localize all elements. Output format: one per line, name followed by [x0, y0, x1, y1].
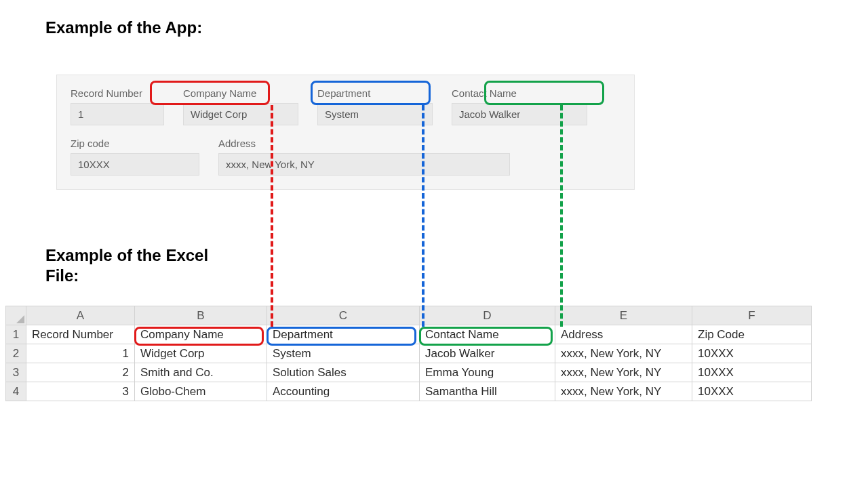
cell-D3[interactable]: Emma Young — [420, 363, 555, 382]
cell-B1[interactable]: Company Name — [135, 325, 267, 344]
col-letter-A[interactable]: A — [26, 306, 135, 325]
cell-C4[interactable]: Accounting — [267, 382, 420, 401]
label-department: Department — [317, 85, 399, 103]
col-letter-C[interactable]: C — [267, 306, 420, 325]
row-number-3[interactable]: 3 — [6, 363, 26, 382]
cell-B3[interactable]: Smith and Co. — [135, 363, 267, 382]
cell-E1[interactable]: Address — [555, 325, 692, 344]
select-all-corner[interactable] — [6, 306, 26, 325]
cell-F3[interactable]: 10XXX — [692, 363, 812, 382]
field-zip-code: Zip code 10XXX — [71, 135, 199, 176]
cell-A3[interactable]: 2 — [26, 363, 135, 382]
cell-F2[interactable]: 10XXX — [692, 344, 812, 363]
cell-E3[interactable]: xxxx, New York, NY — [555, 363, 692, 382]
value-department: System — [317, 103, 433, 125]
heading-excel-example: Example of the Excel File: — [45, 245, 235, 286]
field-department: Department System — [317, 85, 433, 125]
cell-A1[interactable]: Record Number — [26, 325, 135, 344]
value-zip-code: 10XXX — [71, 153, 199, 176]
label-company-name: Company Name — [183, 85, 278, 103]
excel-column-letter-row: A B C D E F — [6, 306, 812, 325]
select-all-triangle-icon — [16, 315, 24, 323]
cell-E4[interactable]: xxxx, New York, NY — [555, 382, 692, 401]
heading-app-example: Example of the App: — [45, 18, 202, 38]
cell-D4[interactable]: Samantha Hill — [420, 382, 555, 401]
cell-D2[interactable]: Jacob Walker — [420, 344, 555, 363]
cell-B2[interactable]: Widget Corp — [135, 344, 267, 363]
cell-C3[interactable]: Solution Sales — [267, 363, 420, 382]
cell-C1[interactable]: Department — [267, 325, 420, 344]
app-row-2: Zip code 10XXX Address xxxx, New York, N… — [71, 135, 620, 176]
excel-row-3: 3 2 Smith and Co. Solution Sales Emma Yo… — [6, 363, 812, 382]
app-record-card: Record Number 1 Company Name Widget Corp… — [56, 75, 635, 190]
value-record-number: 1 — [71, 103, 164, 125]
excel-row-1: 1 Record Number Company Name Department … — [6, 325, 812, 344]
field-contact-name: Contact Name Jacob Walker — [452, 85, 587, 125]
label-zip-code: Zip code — [71, 135, 138, 153]
app-row-1: Record Number 1 Company Name Widget Corp… — [71, 85, 620, 125]
cell-F4[interactable]: 10XXX — [692, 382, 812, 401]
col-letter-D[interactable]: D — [420, 306, 555, 325]
row-number-1[interactable]: 1 — [6, 325, 26, 344]
cell-C2[interactable]: System — [267, 344, 420, 363]
excel-row-2: 2 1 Widget Corp System Jacob Walker xxxx… — [6, 344, 812, 363]
value-company-name: Widget Corp — [183, 103, 298, 125]
excel-grid: A B C D E F 1 Record Number Company Name… — [5, 306, 812, 401]
col-letter-F[interactable]: F — [692, 306, 812, 325]
field-company-name: Company Name Widget Corp — [183, 85, 298, 125]
col-letter-E[interactable]: E — [555, 306, 692, 325]
cell-E2[interactable]: xxxx, New York, NY — [555, 344, 692, 363]
cell-A2[interactable]: 1 — [26, 344, 135, 363]
label-address: Address — [218, 135, 286, 153]
field-record-number: Record Number 1 — [71, 85, 164, 125]
row-number-2[interactable]: 2 — [6, 344, 26, 363]
label-record-number: Record Number — [71, 85, 152, 103]
row-number-4[interactable]: 4 — [6, 382, 26, 401]
excel-row-4: 4 3 Globo-Chem Accounting Samantha Hill … — [6, 382, 812, 401]
label-contact-name: Contact Name — [452, 85, 547, 103]
value-contact-name: Jacob Walker — [452, 103, 587, 125]
field-address: Address xxxx, New York, NY — [218, 135, 510, 176]
cell-F1[interactable]: Zip Code — [692, 325, 812, 344]
cell-D1[interactable]: Contact Name — [420, 325, 555, 344]
value-address: xxxx, New York, NY — [218, 153, 510, 176]
cell-A4[interactable]: 3 — [26, 382, 135, 401]
col-letter-B[interactable]: B — [135, 306, 267, 325]
cell-B4[interactable]: Globo-Chem — [135, 382, 267, 401]
